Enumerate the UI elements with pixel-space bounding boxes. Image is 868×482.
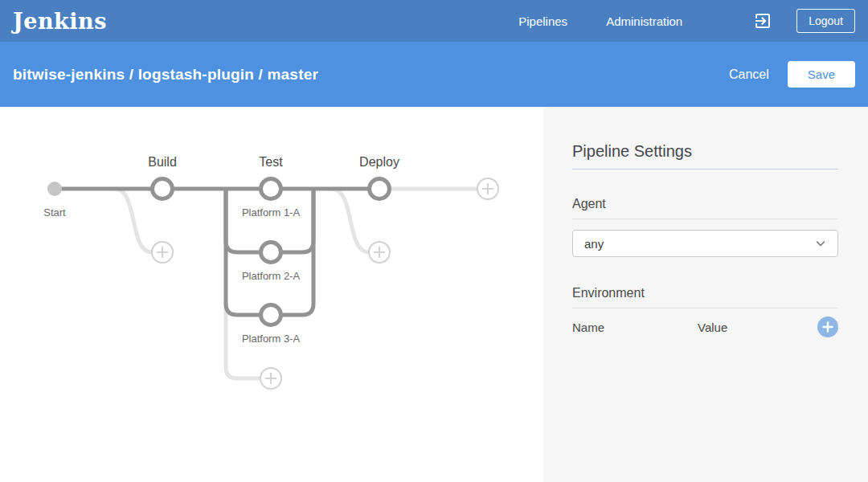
- exit-to-app-icon[interactable]: [753, 11, 772, 31]
- breadcrumb: bitwise-jenkins / logstash-plugin / mast…: [13, 66, 318, 84]
- add-stage-button[interactable]: [477, 178, 498, 199]
- stage-label-test: Test: [259, 155, 283, 169]
- start-node: [47, 182, 62, 196]
- env-value-header: Value: [698, 321, 817, 334]
- pipeline-settings-panel: Pipeline Settings Agent any Environment …: [543, 107, 868, 482]
- connector-add-branch-deploy: [332, 189, 369, 252]
- environment-label: Environment: [572, 286, 838, 308]
- add-environment-variable-button[interactable]: [817, 317, 838, 337]
- connector-add-branch-build: [115, 189, 152, 252]
- branch-node-platform-3a[interactable]: [261, 305, 281, 325]
- save-button[interactable]: Save: [788, 61, 855, 88]
- cancel-button[interactable]: Cancel: [729, 67, 769, 82]
- nav-item-pipelines[interactable]: Pipelines: [518, 14, 567, 28]
- agent-select[interactable]: any: [572, 230, 838, 257]
- env-name-header: Name: [572, 321, 698, 334]
- header-actions: Cancel Save: [729, 61, 855, 88]
- stage-label-deploy: Deploy: [359, 155, 399, 169]
- nav-item-administration[interactable]: Administration: [606, 14, 682, 28]
- branch-node-platform-1a[interactable]: [261, 179, 281, 199]
- stage-node-deploy[interactable]: [370, 179, 390, 199]
- add-branch-button-build[interactable]: [152, 242, 173, 263]
- add-branch-button-test[interactable]: [260, 368, 281, 389]
- pipeline-editor-canvas: Build Test Deploy Start Platform 1-A Pla…: [0, 107, 543, 482]
- app-root: Jenkins Pipelines Administration Logout …: [0, 0, 868, 482]
- stage-label-build: Build: [148, 155, 177, 169]
- pipeline-graph: Build Test Deploy Start Platform 1-A Pla…: [0, 107, 543, 482]
- jenkins-logo[interactable]: Jenkins: [13, 9, 107, 34]
- start-label: Start: [43, 206, 66, 219]
- main-area: Build Test Deploy Start Platform 1-A Pla…: [0, 107, 868, 482]
- add-branch-button-deploy[interactable]: [369, 242, 390, 263]
- agent-label: Agent: [572, 197, 838, 219]
- chevron-down-icon: [815, 238, 826, 249]
- stage-node-build[interactable]: [153, 179, 173, 199]
- logout-button[interactable]: Logout: [796, 9, 855, 33]
- top-navbar: Jenkins Pipelines Administration Logout: [0, 0, 868, 42]
- branch-label-platform-1a: Platform 1-A: [242, 206, 301, 219]
- pipeline-header: bitwise-jenkins / logstash-plugin / mast…: [0, 42, 868, 107]
- connector-split-branch2: [226, 189, 261, 252]
- agent-select-value: any: [584, 237, 604, 251]
- environment-header-row: Name Value: [572, 317, 838, 337]
- plus-icon: [822, 321, 833, 333]
- panel-title: Pipeline Settings: [572, 142, 838, 170]
- top-nav: Pipelines Administration Logout: [518, 9, 855, 33]
- branch-node-platform-2a[interactable]: [261, 243, 281, 263]
- branch-label-platform-2a: Platform 2-A: [242, 270, 301, 282]
- branch-label-platform-3a: Platform 3-A: [242, 333, 301, 345]
- connector-join-branch2: [280, 189, 313, 252]
